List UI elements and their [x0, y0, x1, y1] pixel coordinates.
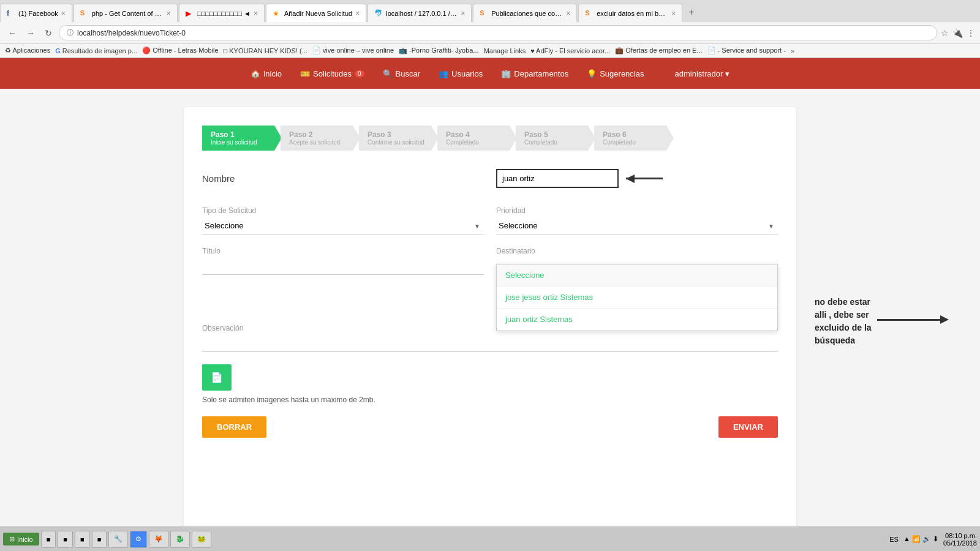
back-button[interactable]: ←: [5, 26, 20, 40]
tipo-solicitud-select[interactable]: Seleccione: [202, 217, 484, 234]
tab-helpdesk[interactable]: 🐬 localhost / 127.0.0.1 / helpd... ×: [368, 4, 472, 22]
nav-departamentos[interactable]: 🏢 Departamentos: [501, 69, 568, 78]
yt-favicon: ▶: [186, 9, 194, 18]
so3-favicon: S: [585, 9, 594, 18]
step-4-num: Paso 4: [446, 130, 505, 139]
solicitudes-badge: 0: [355, 70, 364, 78]
bookmark-kyouran[interactable]: □ KYOURAN HEY KIDS! (...: [224, 47, 307, 54]
arrow-body-nombre: [626, 178, 663, 179]
nav-buscar-label: Buscar: [396, 69, 420, 78]
new-tab-button[interactable]: +: [684, 4, 699, 20]
tipo-solicitud-group: Tipo de Solicitud Seleccione: [202, 206, 484, 234]
upload-note: Solo se admiten imagenes hasta un maximo…: [202, 395, 778, 404]
destinatario-group: Destinatario Seleccione jose jesus ortiz…: [496, 247, 778, 258]
nombre-input[interactable]: [496, 169, 619, 188]
tab-nueva-solicitud[interactable]: ★ Añadir Nueva Solicitud ×: [266, 4, 366, 22]
prioridad-select[interactable]: Seleccione: [496, 217, 778, 234]
forward-button[interactable]: →: [23, 26, 38, 40]
taskbar-lang: ES: [889, 536, 899, 543]
tab-close-helpdesk[interactable]: ×: [461, 9, 465, 18]
bookmark-apps[interactable]: ♻ Aplicaciones: [5, 47, 50, 54]
nombre-row: Nombre: [202, 169, 778, 188]
step-1-desc: Inicie su solicitud: [211, 139, 270, 146]
titulo-destinatario-row: Título Destinatario Seleccione jose jesu…: [202, 247, 778, 275]
step-3-num: Paso 3: [368, 130, 426, 139]
step-1-num: Paso 1: [211, 130, 270, 139]
dropdown-item-jose[interactable]: jose jesus ortiz Sistemas: [497, 287, 777, 309]
taskbar-chrome[interactable]: ⚙: [130, 531, 147, 548]
bookmark-porno[interactable]: 📺 -Porno Graffiti- Jyoba...: [399, 47, 479, 54]
nav-admin[interactable]: administrador ▾: [674, 69, 729, 78]
titulo-input[interactable]: [202, 258, 484, 275]
tab-title-helpdesk: localhost / 127.0.0.1 / helpd...: [386, 10, 458, 17]
taskbar-cmd[interactable]: ■: [41, 531, 56, 548]
upload-button[interactable]: 📄: [202, 364, 232, 391]
tab-youtube[interactable]: ▶ □□□□□□□□□□□ ◄ ×: [179, 4, 265, 22]
step-2-num: Paso 2: [289, 130, 348, 139]
bookmark-offline[interactable]: 🔴 Offline - Letras Mobile: [142, 47, 218, 54]
nombre-label-group: Nombre: [202, 173, 484, 184]
bookmark-service[interactable]: 📄 - Service and support -: [707, 47, 786, 54]
taskbar-firefox[interactable]: 🦊: [149, 531, 168, 548]
juan-arrow: [877, 315, 949, 324]
db-favicon: 🐬: [374, 9, 383, 18]
tab-publicaciones[interactable]: S Publicaciones que conteng... ×: [473, 4, 577, 22]
tab-close-excluir[interactable]: ×: [671, 9, 676, 18]
extension-icon[interactable]: 🔌: [952, 28, 963, 38]
start-button[interactable]: ⊞ Inicio: [3, 533, 39, 545]
nav-solicitudes[interactable]: 🎫 Solicitudes 0: [300, 69, 364, 78]
main-content: Paso 1 Inicie su solicitud Paso 2 Acepte…: [0, 89, 980, 549]
taskbar-item-7[interactable]: 🐉: [170, 531, 190, 548]
settings-icon[interactable]: ⋮: [967, 28, 975, 38]
bookmark-resultado[interactable]: G Resultado de imagen p...: [55, 47, 137, 54]
tab-close-youtube[interactable]: ×: [254, 9, 258, 18]
tab-php[interactable]: S php - Get Content of Remot... ×: [74, 4, 178, 22]
nav-items: 🏠 Inicio 🎫 Solicitudes 0 🔍 Buscar 👥 Usua…: [251, 69, 730, 78]
tab-facebook[interactable]: f (1) Facebook ×: [0, 4, 72, 22]
borrar-button[interactable]: BORRAR: [202, 416, 266, 438]
address-bar: ← → ↻ ⓘ localhost/helpdesk/nuevoTicket-0…: [0, 22, 980, 44]
nav-sugerencias[interactable]: 💡 Sugerencias: [587, 69, 644, 78]
dept-icon: 🏢: [501, 69, 511, 78]
enviar-button[interactable]: ENVIAR: [718, 416, 778, 438]
app-navbar: 🏠 Inicio 🎫 Solicitudes 0 🔍 Buscar 👥 Usua…: [0, 58, 980, 89]
tab-title-php: php - Get Content of Remot...: [92, 10, 164, 17]
nav-solicitudes-label: Solicitudes: [313, 69, 352, 78]
nav-buscar[interactable]: 🔍 Buscar: [383, 69, 420, 78]
tab-close-facebook[interactable]: ×: [61, 9, 66, 18]
bookmark-manage[interactable]: Manage Links: [484, 47, 526, 54]
nav-admin-label: administrador: [674, 69, 723, 78]
taskbar-item-3[interactable]: ■: [75, 531, 90, 548]
taskbar-item-2[interactable]: ■: [58, 531, 73, 548]
nav-inicio[interactable]: 🏠 Inicio: [251, 69, 282, 78]
observacion-input[interactable]: [202, 335, 778, 352]
users-icon: 👥: [439, 69, 448, 78]
taskbar-item-4[interactable]: ■: [92, 531, 107, 548]
taskbar-item-5[interactable]: 🔧: [108, 531, 128, 548]
star-favicon: ★: [273, 9, 281, 18]
admin-dropdown-icon: ▾: [725, 69, 729, 78]
tab-close-publicaciones[interactable]: ×: [566, 9, 570, 18]
nav-usuarios[interactable]: 👥 Usuarios: [439, 69, 483, 78]
bookmark-vive[interactable]: 📄 vive online – vive online: [312, 47, 394, 54]
step-6-num: Paso 6: [603, 130, 662, 139]
bookmark-star-icon[interactable]: ☆: [941, 28, 949, 38]
more-bookmarks-button[interactable]: »: [791, 47, 794, 54]
facebook-favicon: f: [7, 9, 15, 18]
taskbar-date: 05/11/2018: [943, 539, 977, 547]
dropdown-item-juan[interactable]: juan ortiz Sistemas: [497, 309, 777, 331]
reload-button[interactable]: ↻: [42, 26, 55, 40]
taskbar-time-group: 08:10 p.m. 05/11/2018: [943, 532, 977, 547]
juan-annotation-group: [877, 315, 949, 324]
bookmark-adfly[interactable]: ♥ AdFly - El servicio acor...: [530, 47, 610, 54]
dropdown-item-seleccione[interactable]: Seleccione: [497, 264, 777, 287]
taskbar-icons-system: ▲ 📶 🔊 ⬇: [903, 535, 938, 543]
url-bar[interactable]: ⓘ localhost/helpdesk/nuevoTicket-0: [59, 25, 937, 40]
tab-close-nueva-solicitud[interactable]: ×: [355, 9, 360, 18]
tab-excluir[interactable]: S excluir datos en mi busqued... ×: [578, 4, 682, 22]
start-label: Inicio: [17, 536, 33, 543]
taskbar-item-8[interactable]: 🐸: [192, 531, 211, 548]
bookmark-ofertas[interactable]: 💼 Ofertas de empleo en E...: [615, 47, 702, 54]
tab-close-php[interactable]: ×: [167, 9, 171, 18]
taskbar-icon-7: 🐉: [176, 535, 184, 543]
